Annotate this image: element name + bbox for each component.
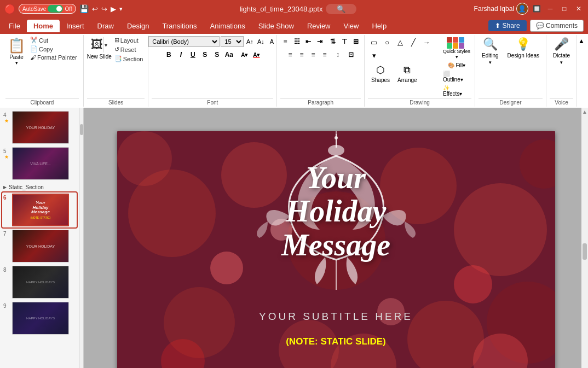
line-spacing-button[interactable]: ↕	[332, 49, 343, 60]
align-left-button[interactable]: ≡	[285, 49, 296, 60]
bold-button[interactable]: B	[163, 49, 174, 60]
font-size-select[interactable]: 15	[221, 36, 244, 47]
scroll-up-icon[interactable]: ▲	[582, 109, 587, 115]
numbering-button[interactable]: ☷	[291, 36, 302, 47]
quick-styles-dropdown[interactable]: ▾	[456, 54, 458, 60]
shadow-button[interactable]: S	[211, 49, 222, 60]
underline-button[interactable]: U	[187, 49, 198, 60]
save-icon[interactable]: 💾	[79, 4, 89, 13]
cut-button[interactable]: ✂️Cut	[28, 36, 79, 44]
font-name-select[interactable]: Calibri (Body)	[148, 36, 220, 47]
layout-button[interactable]: ⊞Layout	[113, 36, 145, 44]
quick-styles-button[interactable]: Quick Styles ▾	[442, 36, 471, 61]
present-icon[interactable]: ▶	[111, 5, 116, 13]
tab-view[interactable]: View	[337, 20, 366, 32]
copy-button[interactable]: 📄Copy	[28, 45, 79, 53]
slide-thumb-5[interactable]: 5 ★ VIVA LIFE...	[2, 146, 77, 181]
strikethrough-button[interactable]: S	[199, 49, 210, 60]
decrease-font-button[interactable]: A↓	[256, 37, 266, 46]
indent-more-button[interactable]: ⇥	[314, 36, 325, 47]
section-button[interactable]: 📑Section	[113, 55, 145, 63]
undo-icon[interactable]: ↩	[92, 5, 98, 13]
shape-fill-button[interactable]: 🎨 Fill▾	[447, 62, 467, 69]
shape-oval[interactable]: ○	[381, 36, 393, 48]
tab-insert[interactable]: Insert	[60, 20, 91, 32]
canvas-scrollbar[interactable]: ▲ ⊡ ▼	[581, 108, 588, 368]
slide-thumbnail-6[interactable]: YourHolidayMessage (NOTE: STATIC)	[12, 194, 69, 226]
slide-thumbnail-9[interactable]: HAPPY HOLIDAYS	[12, 302, 69, 335]
indent-less-button[interactable]: ⇤	[303, 36, 314, 47]
minimize-button[interactable]: ─	[545, 4, 555, 14]
share-button[interactable]: ⬆ Share	[488, 20, 527, 31]
shape-outline-button[interactable]: ⬜ Outline▾	[442, 70, 471, 83]
shape-triangle[interactable]: △	[394, 36, 406, 48]
tab-draw[interactable]: Draw	[91, 20, 120, 32]
dictate-button[interactable]: 🎤 Dictate ▾	[550, 36, 573, 66]
close-button[interactable]: ✕	[574, 4, 584, 14]
tab-design[interactable]: Design	[120, 20, 155, 32]
new-slide-button[interactable]: 🖼 ▾	[89, 36, 109, 54]
slide-thumb-8[interactable]: 8 ★ HAPPY HOLIDAYS	[2, 265, 77, 300]
slide-thumbnail-5[interactable]: VIVA LIFE...	[12, 147, 69, 180]
align-text-button[interactable]: ⊤	[339, 36, 350, 47]
slide-thumb-9[interactable]: 9 ★ HAPPY HOLIDAYS	[2, 301, 77, 336]
slide-thumb-6[interactable]: 6 ★ YourHolidayMessage (NOTE: STATIC)	[2, 192, 77, 227]
paste-dropdown-icon[interactable]: ▾	[15, 60, 18, 66]
shapes-button[interactable]: ⬡ Shapes	[368, 63, 393, 84]
shape-rectangle[interactable]: ▭	[368, 36, 380, 48]
shape-arrow[interactable]: →	[420, 36, 433, 48]
clear-formatting-button[interactable]: Ā	[267, 37, 276, 46]
shape-more[interactable]: ▾	[368, 49, 380, 61]
italic-button[interactable]: I	[175, 49, 186, 60]
section-collapse-icon[interactable]: ▶	[3, 185, 7, 190]
paste-button[interactable]: 📋 Paste ▾	[5, 36, 27, 67]
slide-panel-scrollbar[interactable]	[79, 108, 84, 368]
highlight-color-button[interactable]: A▾	[239, 49, 250, 60]
tab-review[interactable]: Review	[301, 20, 337, 32]
design-ideas-button[interactable]: 💡 Design Ideas	[504, 36, 543, 60]
columns-button[interactable]: ⊞	[350, 36, 361, 47]
slide-subtitle[interactable]: YOUR SUBTITLE HERE	[117, 311, 555, 323]
new-slide-dropdown[interactable]: ▾	[103, 37, 107, 52]
justify-button[interactable]: ≡	[319, 49, 330, 60]
more-commands-icon[interactable]: ▾	[119, 5, 123, 13]
avatar[interactable]: 👤	[516, 3, 528, 15]
slide-thumb-7[interactable]: 7 ★ YOUR HOLIDAY	[2, 229, 77, 264]
dictate-dropdown[interactable]: ▾	[560, 60, 563, 65]
format-painter-button[interactable]: 🖌Format Painter	[28, 54, 79, 61]
shape-effects-button[interactable]: ✨ Effects▾	[442, 84, 471, 97]
slide-title[interactable]: Your Holiday Message	[117, 161, 555, 262]
user-area[interactable]: Farshad Iqbal 👤	[474, 3, 528, 15]
slide-note[interactable]: (NOTE: STATIC SLIDE)	[117, 336, 555, 347]
shape-line[interactable]: ╱	[407, 36, 419, 48]
collapse-ribbon-button[interactable]: ▲	[577, 36, 586, 46]
scroll-thumb[interactable]	[583, 243, 587, 260]
slide-canvas[interactable]: Your Holiday Message YOUR SUBTITLE HERE …	[84, 108, 588, 368]
tab-help[interactable]: Help	[365, 20, 393, 32]
text-direction-button[interactable]: ⇅	[327, 36, 338, 47]
tab-file[interactable]: File	[2, 20, 27, 32]
maximize-button[interactable]: □	[560, 4, 569, 14]
editing-dropdown[interactable]: ▾	[489, 60, 492, 65]
search-icon[interactable]: 🔍	[326, 4, 356, 14]
bullets-button[interactable]: ≡	[280, 36, 291, 47]
change-case-button[interactable]: Aa	[223, 49, 234, 60]
ribbon-collapse-icon[interactable]: 🔲	[533, 5, 541, 13]
tab-slideshow[interactable]: Slide Show	[252, 20, 301, 32]
slide-thumb-4[interactable]: 4 ★ YOUR HOLIDAY	[2, 110, 77, 145]
arrange-button[interactable]: ⧉ Arrange	[394, 63, 420, 84]
tab-animations[interactable]: Animations	[204, 20, 252, 32]
font-color-button[interactable]: A▾	[251, 49, 262, 60]
paragraph-settings-button[interactable]: ⊡	[345, 49, 356, 60]
reset-button[interactable]: ↺Reset	[113, 45, 145, 54]
autosave-badge[interactable]: AutoSave Off	[19, 4, 76, 14]
align-center-button[interactable]: ≡	[296, 49, 307, 60]
tab-transitions[interactable]: Transitions	[155, 20, 203, 32]
tab-home[interactable]: Home	[27, 20, 60, 32]
slide-thumbnail-4[interactable]: YOUR HOLIDAY	[12, 111, 69, 144]
comments-button[interactable]: 💬 Comments	[530, 20, 584, 32]
autosave-toggle[interactable]	[48, 5, 63, 13]
increase-font-button[interactable]: A↑	[245, 37, 255, 46]
align-right-button[interactable]: ≡	[308, 49, 319, 60]
slide-thumbnail-8[interactable]: HAPPY HOLIDAYS	[12, 266, 69, 299]
